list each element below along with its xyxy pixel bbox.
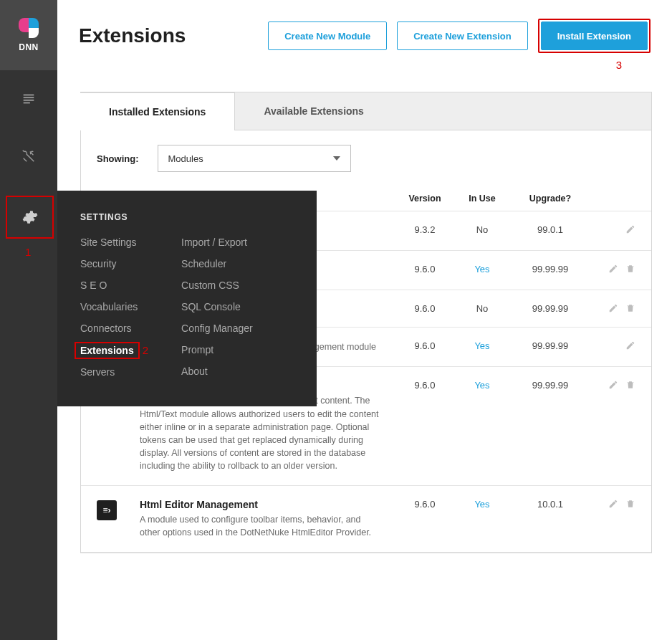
edit-icon[interactable] xyxy=(625,224,635,234)
install-extension-highlight: Install Extension xyxy=(538,19,651,53)
cell-in-use[interactable]: Yes xyxy=(453,499,511,510)
flyout-item[interactable]: Import / Export xyxy=(181,237,253,248)
flyout-item[interactable]: About xyxy=(181,366,253,377)
flyout-item[interactable]: SQL Console xyxy=(181,301,253,312)
delete-icon[interactable] xyxy=(625,499,635,509)
header-buttons: Create New Module Create New Extension I… xyxy=(268,19,651,53)
edit-icon[interactable] xyxy=(608,264,618,274)
svg-rect-1 xyxy=(24,97,34,98)
cell-in-use[interactable]: Yes xyxy=(453,380,511,391)
flyout-item[interactable]: Connectors xyxy=(80,323,148,334)
cell-in-use: No xyxy=(453,224,511,235)
install-extension-button[interactable]: Install Extension xyxy=(541,22,648,50)
delete-icon[interactable] xyxy=(625,380,635,390)
edit-icon[interactable] xyxy=(608,303,618,313)
callout-1: 1 xyxy=(25,246,31,258)
table-row: ≡›Html Editor ManagementA module used to… xyxy=(81,486,651,553)
callout-3: 3 xyxy=(616,59,622,71)
delete-icon[interactable] xyxy=(625,303,635,313)
cell-in-use: No xyxy=(453,303,511,314)
cell-version: 9.3.2 xyxy=(396,224,453,235)
cell-upgrade: 99.99.99 xyxy=(511,303,590,314)
edit-icon[interactable] xyxy=(625,340,635,350)
flyout-item[interactable]: Site Settings xyxy=(80,237,148,248)
edit-icon[interactable] xyxy=(608,380,618,390)
flyout-item-extensions[interactable]: Extensions xyxy=(75,342,140,359)
edit-icon[interactable] xyxy=(608,499,618,509)
create-new-extension-button[interactable]: Create New Extension xyxy=(397,22,528,50)
svg-rect-0 xyxy=(24,95,34,96)
cell-version: 9.6.0 xyxy=(396,264,453,274)
page-title: Extensions xyxy=(79,24,186,47)
chevron-down-icon xyxy=(333,156,340,161)
create-new-module-button[interactable]: Create New Module xyxy=(268,22,387,50)
cell-upgrade: 10.0.1 xyxy=(511,499,590,510)
tab-available[interactable]: Available Extensions xyxy=(235,92,393,130)
flyout-item[interactable]: Config Manager xyxy=(181,323,253,334)
module-icon: ≡› xyxy=(97,500,117,520)
settings-flyout: SETTINGS Site SettingsSecurityS E OVocab… xyxy=(57,191,317,406)
cell-in-use[interactable]: Yes xyxy=(453,340,511,351)
brand-logo-text: DNN xyxy=(19,42,39,52)
cell-upgrade: 99.99.99 xyxy=(511,264,590,274)
col-in-use: In Use xyxy=(453,194,511,204)
col-upgrade: Upgrade? xyxy=(511,194,590,204)
flyout-item[interactable]: Scheduler xyxy=(181,258,253,269)
filter-select-value: Modules xyxy=(168,153,203,164)
filter-select[interactable]: Modules xyxy=(158,145,351,172)
flyout-item[interactable]: Custom CSS xyxy=(181,280,253,291)
cell-upgrade: 99.99.99 xyxy=(511,340,590,351)
sidebar: DNN 1 xyxy=(0,0,57,640)
settings-icon[interactable] xyxy=(6,196,54,239)
flyout-item[interactable]: Vocabularies xyxy=(80,301,148,312)
svg-rect-2 xyxy=(24,100,34,101)
cell-version: 9.6.0 xyxy=(396,303,453,314)
module-title: Html Editor Management xyxy=(140,499,382,510)
flyout-item[interactable]: S E O xyxy=(80,280,148,291)
flyout-item[interactable]: Security xyxy=(80,258,148,269)
col-version: Version xyxy=(396,194,453,204)
tabs: Installed Extensions Available Extension… xyxy=(81,92,651,130)
tab-installed[interactable]: Installed Extensions xyxy=(80,92,235,130)
filter-row: Showing: Modules xyxy=(81,130,651,186)
svg-rect-3 xyxy=(24,102,30,104)
brand-logo-mark xyxy=(19,18,39,38)
flyout-item[interactable]: Prompt xyxy=(181,344,253,355)
flyout-title: SETTINGS xyxy=(80,212,294,222)
tools-icon[interactable] xyxy=(0,128,57,185)
cell-version: 9.6.0 xyxy=(396,499,453,510)
callout-2: 2 xyxy=(143,344,148,356)
filter-label: Showing: xyxy=(97,153,139,164)
cell-upgrade: 99.99.99 xyxy=(511,380,590,391)
delete-icon[interactable] xyxy=(625,264,635,274)
brand-logo[interactable]: DNN xyxy=(0,0,57,70)
header: Extensions Create New Module Create New … xyxy=(57,0,672,72)
cell-version: 9.6.0 xyxy=(396,380,453,391)
cell-in-use[interactable]: Yes xyxy=(453,264,511,274)
cell-upgrade: 99.0.1 xyxy=(511,224,590,235)
content-icon[interactable] xyxy=(0,70,57,128)
cell-version: 9.6.0 xyxy=(396,340,453,351)
flyout-item[interactable]: Servers xyxy=(80,366,148,378)
module-desc: A module used to configure toolbar items… xyxy=(140,513,382,539)
